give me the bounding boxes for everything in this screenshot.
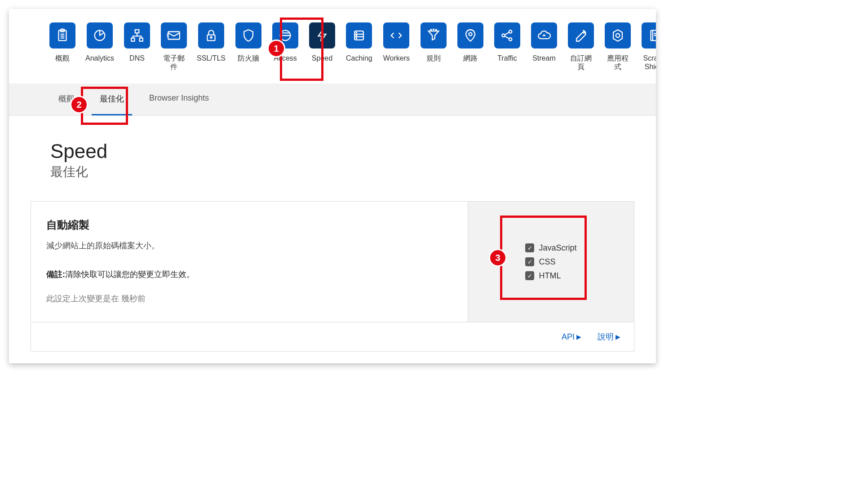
auto-minify-card: 自動縮製 減少網站上的原始碼檔案大小。 備註:清除快取可以讓您的變更立即生效。 … [31,201,634,352]
svg-rect-7 [131,38,134,41]
checkbox-box: ✓ [525,243,534,252]
tab-browser-insights[interactable]: Browser Insights [141,84,217,115]
nav-item-custompages[interactable]: 自訂網頁 [568,22,594,71]
checkbox-label: HTML [539,271,561,281]
nav-item-email[interactable]: 電子郵件 [161,22,187,71]
code-icon [383,22,409,48]
nav-label: 自訂網頁 [568,54,594,71]
nav-item-access[interactable]: Access [272,22,298,71]
svg-rect-8 [140,38,143,41]
nav-label: 防火牆 [238,54,259,62]
page-subtitle: 最佳化 [50,163,656,181]
nav-item-traffic[interactable]: Traffic [494,22,520,71]
sitemap-icon [124,22,150,48]
clipboard-icon [49,22,75,48]
note-label: 備註: [46,270,65,279]
svg-point-18 [356,38,357,39]
svg-point-20 [433,29,434,30]
api-link-label: API [562,332,575,342]
nav-label: Speed [312,54,332,62]
svg-point-29 [616,34,620,38]
svg-line-26 [505,32,509,35]
svg-point-28 [583,31,585,33]
checkbox-label: JavaScript [539,243,576,253]
tab-overview[interactable]: 概觀 [50,84,83,115]
svg-point-22 [469,33,472,36]
pin-icon [457,22,483,48]
access-icon [272,22,298,48]
nav-item-speed[interactable]: Speed [309,22,335,71]
svg-point-16 [356,32,357,33]
svg-point-21 [436,29,437,30]
svg-point-11 [210,37,212,38]
bolt-icon [309,22,335,48]
nav-label: 電子郵件 [161,54,187,71]
shield-icon [235,22,261,48]
nav-label: Analytics [85,54,114,62]
svg-point-23 [502,34,505,37]
nav-label: DNS [129,54,145,62]
page-title: Speed [50,140,656,163]
help-link[interactable]: 說明▶ [598,331,620,342]
api-link[interactable]: API▶ [562,331,581,342]
note-text: 清除快取可以讓您的變更立即生效。 [65,270,195,279]
nav-label: 網路 [463,54,478,62]
checkbox-label: CSS [539,257,555,267]
nav-label: Scrape Shield [642,54,656,71]
svg-point-25 [509,38,512,41]
checkbox-html[interactable]: ✓HTML [525,271,576,281]
share-icon [494,22,520,48]
nav-item-rules[interactable]: 規則 [421,22,447,71]
card-note: 備註:清除快取可以讓您的變更立即生效。 [46,269,452,280]
nav-item-firewall[interactable]: 防火牆 [235,22,261,71]
card-description: 減少網站上的原始碼檔案大小。 [46,240,452,251]
svg-rect-6 [135,30,139,33]
help-link-label: 說明 [598,331,614,342]
caret-right-icon: ▶ [616,333,620,340]
svg-point-17 [356,35,357,36]
nav-label: 概觀 [55,54,70,62]
tab-optimize[interactable]: 最佳化 [92,84,132,115]
nav-label: Access [274,54,297,62]
checkbox-box: ✓ [525,271,534,280]
nav-item-caching[interactable]: Caching [346,22,372,71]
svg-point-19 [430,29,431,30]
lock-icon [198,22,224,48]
checkbox-js[interactable]: ✓JavaScript [525,243,576,253]
hex-gear-icon [605,22,631,48]
nav-item-ssl[interactable]: SSL/TLS [198,22,225,71]
notebook-icon [642,22,656,48]
envelope-icon [161,22,187,48]
nav-item-stream[interactable]: Stream [531,22,557,71]
nav-item-overview[interactable]: 概觀 [49,22,75,71]
nav-item-network[interactable]: 網路 [457,22,483,71]
nav-item-workers[interactable]: Workers [383,22,410,71]
nav-label: 應用程式 [605,54,631,71]
checkbox-css[interactable]: ✓CSS [525,257,576,267]
database-icon [346,22,372,48]
svg-point-24 [509,30,512,33]
checkbox-box: ✓ [525,257,534,266]
svg-rect-9 [168,32,180,40]
nav-label: Stream [532,54,556,62]
wrench-icon [568,22,594,48]
card-title: 自動縮製 [46,218,452,232]
funnel-icon [421,22,447,48]
nav-label: Workers [383,54,410,62]
nav-label: SSL/TLS [197,54,226,62]
cloud-icon [531,22,557,48]
svg-line-27 [505,36,509,39]
nav-label: 規則 [426,54,441,62]
nav-item-apps[interactable]: 應用程式 [605,22,631,71]
pie-icon [87,22,113,48]
nav-item-analytics[interactable]: Analytics [86,22,113,71]
nav-label: Traffic [497,54,517,62]
caret-right-icon: ▶ [576,333,581,340]
card-timestamp: 此設定上次變更是在 幾秒前 [46,293,452,304]
nav-item-dns[interactable]: DNS [124,22,150,71]
nav-item-scrapeshield[interactable]: Scrape Shield [642,22,656,71]
nav-label: Caching [346,54,372,62]
